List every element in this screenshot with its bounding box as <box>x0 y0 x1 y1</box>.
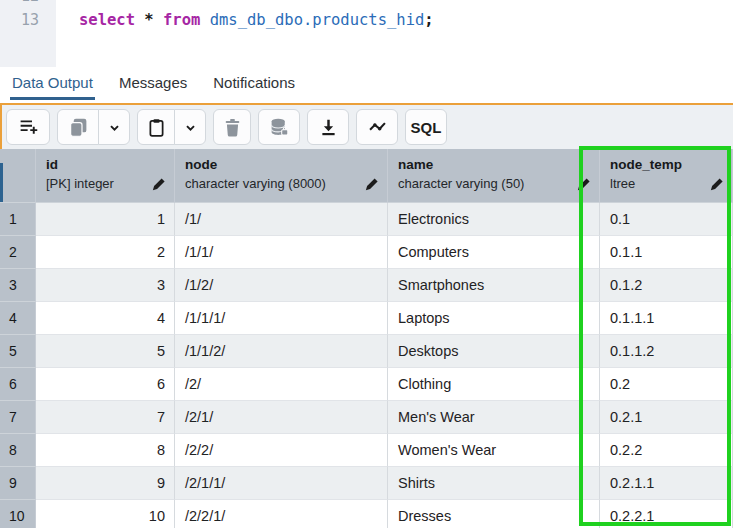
sql-editor[interactable]: 12 13 select * from dms_db_dbo.products_… <box>0 0 733 67</box>
cell-id[interactable]: 7 <box>36 401 175 434</box>
cell-node_temp[interactable]: 0.2.1.1 <box>600 467 733 500</box>
cell-id[interactable]: 1 <box>36 203 175 236</box>
graph-visualiser-icon <box>367 117 388 138</box>
column-type: ltree <box>610 176 726 191</box>
row-number[interactable]: 2 <box>0 236 36 269</box>
cell-name[interactable]: Men's Wear <box>388 401 600 434</box>
save-data-changes-button[interactable] <box>258 109 300 145</box>
edit-pencil-icon <box>365 177 379 191</box>
cell-node[interactable]: /1/1/ <box>175 236 388 269</box>
table-row: 77/2/1/Men's Wear0.2.1 <box>0 401 733 434</box>
column-type: character varying (50) <box>398 176 593 191</box>
cell-name[interactable]: Electronics <box>388 203 600 236</box>
cell-id[interactable]: 10 <box>36 500 175 528</box>
download-icon <box>318 117 339 138</box>
row-number[interactable]: 7 <box>0 401 36 434</box>
table-row: 88/2/2/Women's Wear0.2.2 <box>0 434 733 467</box>
column-header-id[interactable]: id[PK] integer <box>36 149 175 203</box>
paste-options-chevron-icon <box>180 117 201 138</box>
save-data-changes-icon <box>269 117 290 138</box>
cell-node[interactable]: /1/1/2/ <box>175 335 388 368</box>
row-number[interactable]: 4 <box>0 302 36 335</box>
cell-name[interactable]: Desktops <box>388 335 600 368</box>
cell-id[interactable]: 5 <box>36 335 175 368</box>
cell-id[interactable]: 2 <box>36 236 175 269</box>
row-number[interactable]: 5 <box>0 335 36 368</box>
save-results-to-file-button[interactable] <box>307 109 349 145</box>
column-name: node_temp <box>610 157 726 172</box>
column-header-name[interactable]: namecharacter varying (50) <box>388 149 600 203</box>
copy-options-button[interactable] <box>98 109 130 145</box>
row-number[interactable]: 3 <box>0 269 36 302</box>
pgadmin-query-tool: 12 13 select * from dms_db_dbo.products_… <box>0 0 733 528</box>
row-number[interactable]: 8 <box>0 434 36 467</box>
sql-button[interactable]: SQL <box>405 109 447 145</box>
copy-button[interactable] <box>57 109 99 145</box>
row-number[interactable]: 1 <box>0 203 36 236</box>
graph-visualiser-button[interactable] <box>356 109 398 145</box>
add-row-button[interactable] <box>6 109 50 145</box>
cell-node[interactable]: /1/ <box>175 203 388 236</box>
cell-name[interactable]: Dresses <box>388 500 600 528</box>
row-number[interactable]: 10 <box>0 500 36 528</box>
cell-node_temp[interactable]: 0.2 <box>600 368 733 401</box>
cell-id[interactable]: 4 <box>36 302 175 335</box>
column-header-node[interactable]: nodecharacter varying (8000) <box>175 149 388 203</box>
edit-pencil-icon <box>710 177 724 191</box>
cell-node[interactable]: /2/ <box>175 368 388 401</box>
table-row: 99/2/1/1/Shirts0.2.1.1 <box>0 467 733 500</box>
data-output-panel: SQL id[PK] integernodecharacter varying … <box>0 103 733 528</box>
sql-button-label: SQL <box>411 119 442 136</box>
cell-node_temp[interactable]: 0.1.2 <box>600 269 733 302</box>
tab-messages[interactable]: Messages <box>117 67 189 100</box>
cell-node_temp[interactable]: 0.1.1.1 <box>600 302 733 335</box>
cell-node_temp[interactable]: 0.1 <box>600 203 733 236</box>
cell-name[interactable]: Clothing <box>388 368 600 401</box>
cell-node[interactable]: /2/2/ <box>175 434 388 467</box>
column-header-node_temp[interactable]: node_templtree <box>600 149 733 203</box>
table-row: 1010/2/2/1/Dresses0.2.2.1 <box>0 500 733 528</box>
code-token: * <box>135 11 163 29</box>
code-token: dms_db_dbo.products_hid <box>210 11 425 29</box>
paste-button[interactable] <box>137 109 175 145</box>
cell-node_temp[interactable]: 0.2.2.1 <box>600 500 733 528</box>
sql-code-line[interactable]: select * from dms_db_dbo.products_hid; <box>79 10 434 30</box>
row-number[interactable]: 6 <box>0 368 36 401</box>
cell-node_temp[interactable]: 0.2.2 <box>600 434 733 467</box>
code-token: ; <box>424 11 433 29</box>
cell-id[interactable]: 9 <box>36 467 175 500</box>
cell-node_temp[interactable]: 0.1.1.2 <box>600 335 733 368</box>
cell-id[interactable]: 8 <box>36 434 175 467</box>
cell-name[interactable]: Laptops <box>388 302 600 335</box>
cell-name[interactable]: Computers <box>388 236 600 269</box>
cell-name[interactable]: Shirts <box>388 467 600 500</box>
cell-id[interactable]: 3 <box>36 269 175 302</box>
tab-notifications[interactable]: Notifications <box>211 67 297 100</box>
cell-node[interactable]: /1/1/1/ <box>175 302 388 335</box>
cell-node[interactable]: /2/2/1/ <box>175 500 388 528</box>
row-number[interactable]: 9 <box>0 467 36 500</box>
cell-node_temp[interactable]: 0.1.1 <box>600 236 733 269</box>
code-token: select <box>79 11 135 29</box>
cell-id[interactable]: 6 <box>36 368 175 401</box>
paste-options-button[interactable] <box>174 109 206 145</box>
add-row-icon <box>18 117 39 138</box>
line-number: 12 <box>21 0 39 5</box>
cell-name[interactable]: Women's Wear <box>388 434 600 467</box>
grid-body: 11/1/Electronics0.122/1/1/Computers0.1.1… <box>0 203 733 528</box>
grid-toolbar: SQL <box>0 105 733 149</box>
column-type: character varying (8000) <box>185 176 381 191</box>
code-token <box>200 11 209 29</box>
grid-header: id[PK] integernodecharacter varying (800… <box>0 149 733 203</box>
table-row: 33/1/2/Smartphones0.1.2 <box>0 269 733 302</box>
select-all-corner[interactable] <box>0 149 36 203</box>
cell-node_temp[interactable]: 0.2.1 <box>600 401 733 434</box>
tab-data-output[interactable]: Data Output <box>10 67 95 100</box>
left-edge-accent <box>0 163 3 202</box>
cell-node[interactable]: /2/1/ <box>175 401 388 434</box>
delete-row-button[interactable] <box>213 109 251 145</box>
paste-icon <box>146 117 167 138</box>
cell-name[interactable]: Smartphones <box>388 269 600 302</box>
cell-node[interactable]: /2/1/1/ <box>175 467 388 500</box>
cell-node[interactable]: /1/2/ <box>175 269 388 302</box>
